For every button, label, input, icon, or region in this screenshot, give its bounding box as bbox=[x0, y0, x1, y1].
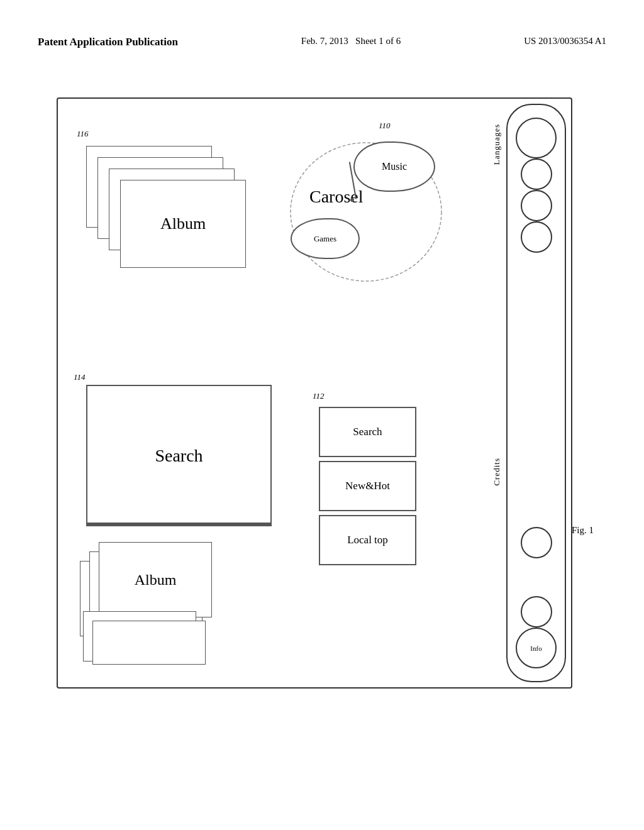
music-blob: Music bbox=[353, 141, 435, 192]
album-stack-top: Album bbox=[86, 146, 256, 297]
bottom-section: 114 Search Album 112 bbox=[67, 369, 501, 677]
dot bbox=[350, 198, 354, 202]
circle-3[interactable] bbox=[521, 190, 552, 221]
top-section: 116 116 Album 110 bbox=[67, 111, 501, 382]
diagram-container: Info Languages Credits 116 116 Alb bbox=[38, 97, 606, 739]
games-label: Games bbox=[314, 234, 336, 244]
localtop-button[interactable]: Local top bbox=[319, 515, 416, 565]
ref-114: 114 bbox=[74, 372, 86, 382]
newhot-button[interactable]: New&Hot bbox=[319, 461, 416, 511]
info-label: Info bbox=[530, 645, 541, 652]
header-center: Feb. 7, 2013 Sheet 1 of 6 bbox=[301, 35, 401, 48]
header-sheet: Sheet 1 of 6 bbox=[355, 36, 401, 46]
carousel-area: 110 Carosel Music Games bbox=[281, 130, 457, 306]
album-card-front: Album bbox=[120, 180, 246, 268]
header-date: Feb. 7, 2013 bbox=[301, 36, 348, 46]
header-right: US 2013/0036354 A1 bbox=[524, 35, 606, 48]
search-large-label: Search bbox=[155, 446, 203, 466]
search-large-box: Search bbox=[86, 385, 272, 526]
circle-4[interactable] bbox=[521, 221, 552, 253]
languages-circle[interactable] bbox=[516, 118, 557, 158]
fig-label: Fig. 1 bbox=[572, 525, 594, 536]
album-bottom-label: Album bbox=[135, 572, 177, 589]
button-column: Search New&Hot Local top bbox=[319, 407, 416, 565]
localtop-btn-label: Local top bbox=[347, 534, 388, 546]
ref-110: 110 bbox=[379, 121, 391, 131]
search-bottom-line bbox=[87, 523, 270, 525]
album-top-label: Album bbox=[160, 214, 206, 233]
info-circle[interactable]: Info bbox=[516, 628, 557, 668]
ref-112: 112 bbox=[313, 391, 325, 401]
header-left: Patent Application Publication bbox=[38, 35, 178, 50]
circle-6[interactable] bbox=[521, 596, 552, 628]
ref-116-top: 116 bbox=[77, 129, 89, 139]
right-panel: Info bbox=[506, 104, 566, 682]
search-button[interactable]: Search bbox=[319, 407, 416, 457]
games-blob: Games bbox=[291, 218, 360, 259]
bottom-card-5 bbox=[92, 621, 206, 665]
circle-2[interactable] bbox=[521, 158, 552, 190]
newhot-btn-label: New&Hot bbox=[345, 480, 390, 492]
search-btn-label: Search bbox=[353, 426, 382, 438]
credits-circle[interactable] bbox=[521, 527, 552, 558]
album-stack-bottom: Album bbox=[80, 542, 256, 668]
outer-box: Info Languages Credits 116 116 Alb bbox=[57, 97, 572, 689]
page-header: Patent Application Publication Feb. 7, 2… bbox=[38, 35, 606, 50]
bottom-card-front: Album bbox=[99, 542, 212, 617]
music-label: Music bbox=[382, 161, 407, 172]
